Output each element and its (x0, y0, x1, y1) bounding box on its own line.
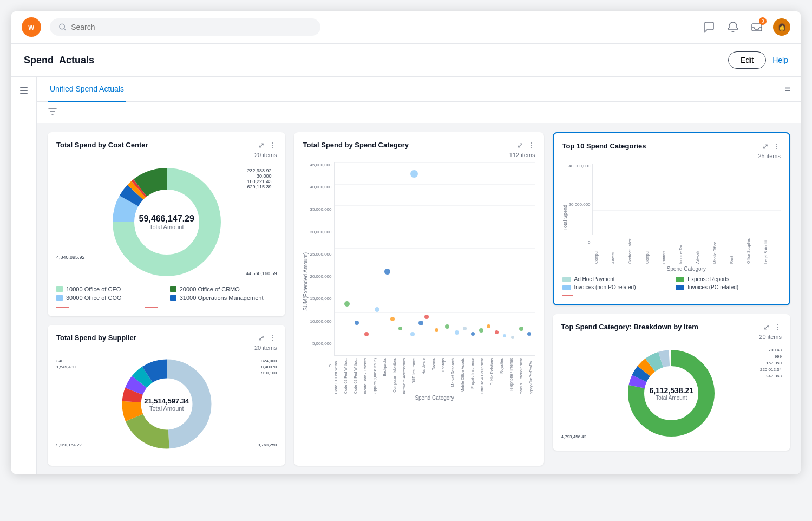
nav-icons: 3 👩 (702, 18, 790, 36)
supplier-card: Total Spend by Supplier ⤢ ⋮ 20 items (48, 325, 285, 466)
top-categories-title: Top 10 Spend Categories (562, 142, 646, 150)
spend-category-header: Total Spend by Spend Category ⤢ ⋮ (303, 141, 535, 149)
scatter-dot (445, 324, 449, 329)
header-actions: Edit Help (728, 51, 788, 69)
cc-label-6: 44,560,160.59 (246, 271, 277, 276)
filter-icon[interactable] (48, 107, 790, 119)
page-title: Spend_Actuals (24, 55, 94, 66)
supplier-expand[interactable]: ⤢ (258, 334, 265, 342)
breakdown-actions: ⤢ ⋮ (763, 323, 782, 331)
svg-rect-5 (20, 90, 28, 91)
legend-item-coo: 30000 Office of COO (56, 295, 163, 301)
content-area: Unified Spend Actuals ≡ Tot (11, 77, 801, 474)
legend-item-crmo: 20000 Office of CRMO (170, 286, 277, 292)
cc-label-1: 232,983.92 (247, 168, 271, 173)
spend-category-actions: ⤢ ⋮ (517, 141, 535, 149)
col-right: Top 10 Spend Categories ⤢ ⋮ 25 items Tot… (553, 132, 790, 466)
scatter-dot (503, 334, 506, 337)
breakdown-title: Top Spend Category: Breakdown by Item (561, 323, 698, 331)
search-bar[interactable] (50, 18, 320, 36)
page-header: Spend_Actuals Edit Help (11, 44, 801, 77)
spend-category-expand[interactable]: ⤢ (517, 141, 523, 149)
supplier-total: 21,514,597.34 Total Amount (144, 397, 189, 412)
top-categories-more[interactable]: ⋮ (773, 142, 781, 151)
svg-rect-6 (20, 93, 28, 94)
supplier-actions: ⤢ ⋮ (258, 334, 277, 342)
filter-bar (37, 102, 801, 123)
cc-label-4: 629,115.39 (247, 184, 271, 190)
list-icon[interactable] (19, 86, 29, 98)
legend-item-ceo: 10000 Office of CEO (56, 286, 163, 292)
cost-center-items: 20 items (56, 152, 277, 158)
scatter-dot (424, 315, 429, 319)
main-content: Unified Spend Actuals ≡ Tot (37, 77, 801, 474)
breakdown-items: 20 items (561, 334, 782, 340)
legend-adhoc: Ad Hoc Payment (562, 276, 667, 282)
cost-center-header: Total Spend by Cost Center ⤢ ⋮ (56, 141, 277, 149)
top-categories-actions: ⤢ ⋮ (762, 142, 781, 151)
svg-text:W: W (28, 24, 35, 31)
bar-y-label: Total Spend (562, 205, 568, 231)
scatter-dot (455, 330, 459, 335)
breakdown-expand[interactable]: ⤢ (763, 323, 770, 331)
breakdown-total: 6,112,538.21 (649, 386, 693, 395)
supplier-header: Total Spend by Supplier ⤢ ⋮ (56, 334, 277, 342)
cost-center-expand[interactable]: ⤢ (258, 141, 265, 149)
inbox-icon[interactable]: 3 (749, 19, 764, 35)
spend-category-items: 112 items (303, 152, 535, 158)
supplier-donut: 21,514,597.34 Total Amount 324,0008,4007… (56, 355, 277, 453)
app-logo: W (22, 17, 41, 37)
cost-center-donut: 59,466,147.29 Total Amount 232,983.92 30… (56, 162, 277, 282)
scatter-dot-large (410, 170, 418, 178)
chat-icon[interactable] (702, 19, 717, 35)
scatter-dot (355, 321, 359, 325)
left-sidebar (11, 77, 37, 474)
col-middle: Total Spend by Spend Category ⤢ ⋮ 112 it… (294, 132, 543, 466)
edit-button[interactable]: Edit (728, 51, 766, 69)
svg-rect-4 (20, 87, 28, 88)
cost-center-legend: 10000 Office of CEO 20000 Office of CRMO… (56, 286, 277, 301)
search-input[interactable] (71, 23, 312, 31)
scatter-dot (390, 317, 395, 321)
bell-icon[interactable] (725, 19, 741, 35)
scatter-dot (364, 332, 369, 336)
spend-category-title: Total Spend by Spend Category (303, 141, 409, 149)
spend-category-card: Total Spend by Spend Category ⤢ ⋮ 112 it… (294, 132, 543, 466)
breakdown-more[interactable]: ⋮ (774, 323, 782, 331)
scatter-dot (471, 332, 475, 336)
tab-menu-icon[interactable]: ≡ (784, 83, 790, 95)
inbox-badge: 3 (759, 17, 767, 25)
cc-label-3: 180,221.43 (247, 179, 271, 184)
user-avatar[interactable]: 👩 (773, 18, 790, 36)
supplier-more[interactable]: ⋮ (269, 334, 277, 342)
supplier-title: Total Spend by Supplier (56, 334, 136, 342)
top-categories-legend: Ad Hoc Payment Expense Reports Invoices … (562, 276, 781, 290)
dashboard-grid: Total Spend by Cost Center ⤢ ⋮ 20 items (37, 123, 801, 474)
cc-label-5: 4,840,895.92 (56, 255, 85, 260)
top-categories-header: Top 10 Spend Categories ⤢ ⋮ (562, 142, 781, 151)
scatter-x-title: Spend Category (334, 395, 535, 401)
top-categories-items: 25 items (562, 153, 781, 159)
scatter-dot (398, 327, 402, 330)
spend-category-more[interactable]: ⋮ (528, 141, 535, 149)
scatter-dot (519, 327, 523, 331)
tab-unified-spend-actuals[interactable]: Unified Spend Actuals (48, 77, 126, 102)
cost-center-card: Total Spend by Cost Center ⤢ ⋮ 20 items (48, 132, 285, 316)
help-button[interactable]: Help (772, 51, 788, 69)
legend-invoices-po: Invoices (PO related) (676, 284, 781, 290)
legend-invoices-npo: Invoices (non-PO related) (562, 284, 667, 290)
breakdown-header: Top Spend Category: Breakdown by Item ⤢ … (561, 323, 782, 331)
top-categories-expand[interactable]: ⤢ (762, 142, 769, 151)
col-left: Total Spend by Cost Center ⤢ ⋮ 20 items (48, 132, 285, 466)
cost-center-total: 59,466,147.29 Total Amount (139, 214, 194, 230)
cost-center-title: Total Spend by Cost Center (56, 141, 148, 149)
scatter-dot (495, 330, 499, 334)
bar-x-title: Spend Category (592, 266, 781, 272)
supplier-items: 20 items (56, 344, 277, 351)
scatter-dot (344, 301, 350, 307)
scatter-dot (487, 324, 490, 328)
top-nav: W 3 (11, 11, 801, 44)
scatter-dot (527, 332, 531, 336)
legend-expense: Expense Reports (676, 276, 781, 282)
cost-center-more[interactable]: ⋮ (269, 141, 277, 149)
